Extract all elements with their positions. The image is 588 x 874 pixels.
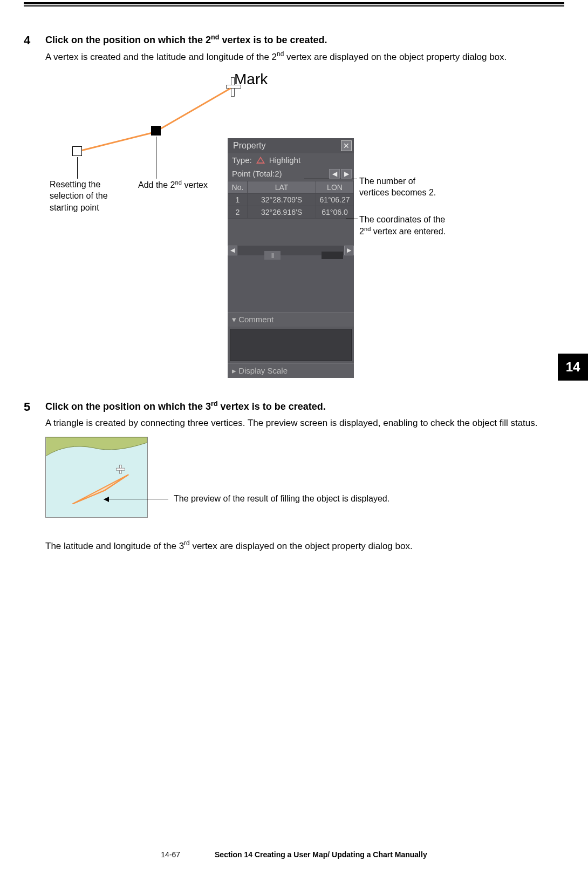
comment-section-header[interactable]: ▾ Comment <box>228 312 354 327</box>
page-number: 14-67 <box>161 850 180 859</box>
callout-line <box>156 137 156 179</box>
col-header-no: No. <box>228 181 248 193</box>
prev-point-button[interactable]: ◀ <box>329 169 340 179</box>
svg-rect-5 <box>117 468 125 470</box>
step-number: 4 <box>24 33 45 64</box>
callout-line <box>346 219 358 219</box>
step-description: A vertex is created and the latitude and… <box>45 49 564 64</box>
after-figure-text: The latitude and longitude of the 3rd ve… <box>45 539 564 552</box>
cell-lon: 61°06.0 <box>316 206 354 218</box>
col-header-lat: LAT <box>248 181 316 193</box>
table-row[interactable]: 1 32°28.709'S 61°06.27 <box>228 193 354 206</box>
point-total: (Total:2) <box>252 169 282 178</box>
display-scale-section-header[interactable]: ▸ Display Scale <box>228 363 354 378</box>
step-4: 4 Click on the position on which the 2nd… <box>24 33 564 64</box>
step-number: 5 <box>24 400 45 430</box>
scroll-right-button[interactable]: ▶ <box>344 246 354 255</box>
cell-lat: 32°26.916'S <box>248 206 316 218</box>
callout-add-vertex: Add the 2nd vertex <box>138 179 224 191</box>
horizontal-scrollbar[interactable]: ◀ ||| ▶ <box>228 246 354 255</box>
figure-preview: The preview of the result of filling the… <box>45 437 564 529</box>
chapter-tab: 14 <box>558 354 588 381</box>
dialog-titlebar: Property ✕ <box>228 138 354 153</box>
callout-coords-entered: The coordinates of the 2nd vertex are en… <box>359 214 456 238</box>
page-footer: 14-67 Section 14 Creating a User Map/ Up… <box>0 850 588 859</box>
property-dialog: Property ✕ Type: Highlight Point (Total:… <box>228 138 354 378</box>
step-description: A triangle is created by connecting thre… <box>45 416 564 430</box>
preview-screen <box>45 437 148 518</box>
callout-vertex-count: The number of vertices becomes 2. <box>359 175 446 199</box>
vertex-handle-second <box>151 126 161 135</box>
cell-lat: 32°28.709'S <box>248 193 316 206</box>
type-row: Type: Highlight <box>228 153 354 167</box>
type-value: Highlight <box>269 155 300 165</box>
polyline-segment <box>78 130 159 152</box>
callout-preview-text: The preview of the result of filling the… <box>174 494 389 504</box>
callout-arrow <box>104 499 168 499</box>
step-title: Click on the position on which the 3rd v… <box>45 400 564 412</box>
col-header-lon: LON <box>316 181 354 193</box>
comment-textarea[interactable] <box>230 329 352 361</box>
step-5: 5 Click on the position on which the 3rd… <box>24 400 564 430</box>
table-row[interactable]: 2 32°26.916'S 61°06.0 <box>228 206 354 218</box>
empty-panel <box>228 255 354 312</box>
cell-lon: 61°06.27 <box>316 193 354 206</box>
figure-vertex-creation: Mark Resetting the selection of the star… <box>45 71 564 400</box>
polyline-segment <box>155 87 231 132</box>
section-title: Section 14 Creating a User Map/ Updating… <box>215 850 427 859</box>
callout-reset: Resetting the selection of the starting … <box>50 179 125 214</box>
cell-no: 1 <box>228 193 248 206</box>
coordinates-table: No. LAT LON 1 32°28.709'S 61°06.27 2 32°… <box>228 181 354 219</box>
point-label: Point <box>232 169 250 178</box>
cell-no: 2 <box>228 206 248 218</box>
callout-line <box>77 157 78 179</box>
type-label: Type: <box>232 155 252 165</box>
close-button[interactable]: ✕ <box>341 140 352 151</box>
scroll-left-button[interactable]: ◀ <box>228 246 237 255</box>
callout-line <box>304 179 357 179</box>
dialog-title: Property <box>233 141 265 151</box>
next-point-button[interactable]: ▶ <box>341 169 352 179</box>
highlight-triangle-icon <box>256 157 265 164</box>
vertex-handle-start <box>72 146 82 156</box>
step-title: Click on the position on which the 2nd v… <box>45 33 564 46</box>
